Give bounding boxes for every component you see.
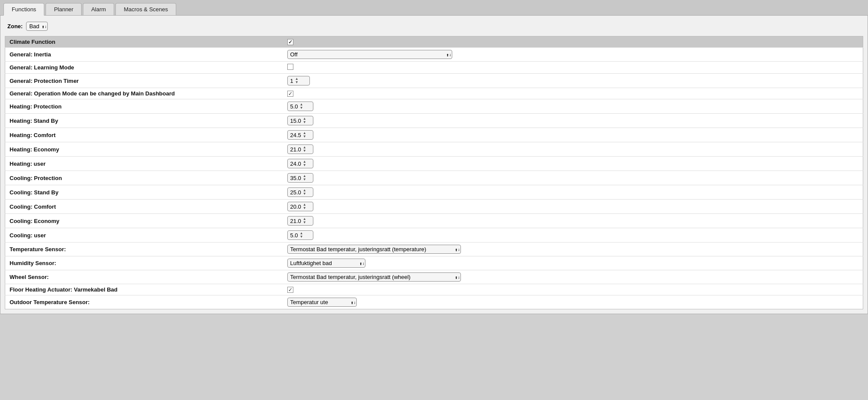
inertia-select[interactable]: Off Low Medium High [287,50,452,59]
operation-mode-checkbox[interactable] [287,91,293,97]
heating-economy-spinner[interactable]: 21.0 ▲▼ [287,144,313,154]
heating-standby-label: Heating: Stand By [5,114,283,128]
table-row: Heating: Economy 21.0 ▲▼ [5,142,863,157]
table-row: General: Operation Mode can be changed b… [5,88,863,99]
wheel-sensor-label: Wheel Sensor: [5,270,283,284]
table-row: Floor Heating Actuator: Varmekabel Bad [5,284,863,295]
operation-mode-control [283,88,863,99]
table-row: General: Learning Mode [5,62,863,74]
wheel-sensor-select[interactable]: Termostat Bad temperatur, justeringsratt… [287,272,461,282]
zone-select[interactable]: Bad [26,22,48,31]
heating-user-label: Heating: user [5,157,283,171]
table-row: Cooling: user 5.0 ▲▼ [5,228,863,243]
protection-timer-label: General: Protection Timer [5,74,283,88]
table-row: Heating: Comfort 24.5 ▲▼ [5,128,863,142]
climate-function-label: Climate Function [5,36,283,48]
humidity-sensor-select[interactable]: Luftfuktighet bad [287,259,365,268]
table-row: Outdoor Temperature Sensor: Temperatur u… [5,295,863,309]
floor-heating-checkbox[interactable] [287,287,293,293]
cooling-comfort-spinner[interactable]: 20.0 ▲▼ [287,202,313,211]
cooling-user-label: Cooling: user [5,228,283,243]
cooling-economy-spinner[interactable]: 21.0 ▲▼ [287,216,313,226]
cooling-standby-label: Cooling: Stand By [5,185,283,200]
inertia-label: General: Inertia [5,48,283,62]
operation-mode-label: General: Operation Mode can be changed b… [5,88,283,99]
table-row: Heating: user 24.0 ▲▼ [5,157,863,171]
main-content: Zone: Bad Climate Function General: Iner… [0,16,868,314]
cooling-user-control: 5.0 ▲▼ [283,228,863,243]
table-row: Wheel Sensor: Termostat Bad temperatur, … [5,270,863,284]
cooling-user-spinner[interactable]: 5.0 ▲▼ [287,230,313,240]
settings-table: Climate Function General: Inertia Off Lo… [5,36,863,309]
heating-economy-control: 21.0 ▲▼ [283,142,863,157]
cooling-protection-spinner[interactable]: 35.0 ▲▼ [287,173,313,183]
floor-heating-label: Floor Heating Actuator: Varmekabel Bad [5,284,283,295]
temperature-sensor-select[interactable]: Termostat Bad temperatur, justeringsratt… [287,245,461,254]
table-row: General: Protection Timer 1 ▲▼ [5,74,863,88]
cooling-standby-control: 25.0 ▲▼ [283,185,863,200]
learning-mode-checkbox[interactable] [287,64,293,70]
table-row: Humidity Sensor: Luftfuktighet bad [5,256,863,270]
table-row: Cooling: Protection 35.0 ▲▼ [5,171,863,185]
table-row: Temperature Sensor: Termostat Bad temper… [5,243,863,256]
cooling-comfort-label: Cooling: Comfort [5,200,283,214]
table-row: Heating: Protection 5.0 ▲▼ [5,99,863,114]
heating-comfort-spinner[interactable]: 24.5 ▲▼ [287,130,313,140]
tab-functions[interactable]: Functions [3,3,44,16]
cooling-economy-control: 21.0 ▲▼ [283,214,863,228]
cooling-economy-label: Cooling: Economy [5,214,283,228]
tab-macros-scenes[interactable]: Macros & Scenes [115,3,176,15]
climate-function-control [283,36,863,48]
tab-alarm[interactable]: Alarm [83,3,114,15]
floor-heating-control [283,284,863,295]
heating-protection-spinner[interactable]: 5.0 ▲▼ [287,102,313,111]
heating-standby-spinner[interactable]: 15.0 ▲▼ [287,116,313,125]
table-row: Heating: Stand By 15.0 ▲▼ [5,114,863,128]
zone-row: Zone: Bad [5,20,863,33]
protection-timer-control: 1 ▲▼ [283,74,863,88]
outdoor-temp-control: Temperatur ute [283,295,863,309]
table-row: General: Inertia Off Low Medium High [5,48,863,62]
cooling-protection-label: Cooling: Protection [5,171,283,185]
table-row: Cooling: Comfort 20.0 ▲▼ [5,200,863,214]
heating-user-control: 24.0 ▲▼ [283,157,863,171]
learning-mode-control [283,62,863,74]
heating-comfort-control: 24.5 ▲▼ [283,128,863,142]
inertia-control: Off Low Medium High [283,48,863,62]
temperature-sensor-control: Termostat Bad temperatur, justeringsratt… [283,243,863,256]
tab-bar: Functions Planner Alarm Macros & Scenes [0,0,868,16]
temperature-sensor-label: Temperature Sensor: [5,243,283,256]
cooling-protection-control: 35.0 ▲▼ [283,171,863,185]
heating-economy-label: Heating: Economy [5,142,283,157]
cooling-standby-spinner[interactable]: 25.0 ▲▼ [287,187,313,197]
humidity-sensor-control: Luftfuktighet bad [283,256,863,270]
wheel-sensor-control: Termostat Bad temperatur, justeringsratt… [283,270,863,284]
climate-function-header: Climate Function [5,36,863,48]
heating-protection-label: Heating: Protection [5,99,283,114]
outdoor-temp-select[interactable]: Temperatur ute [287,298,357,307]
heating-standby-control: 15.0 ▲▼ [283,114,863,128]
outdoor-temp-label: Outdoor Temperature Sensor: [5,295,283,309]
climate-function-checkbox[interactable] [287,39,293,45]
tab-planner[interactable]: Planner [46,3,82,15]
heating-user-spinner[interactable]: 24.0 ▲▼ [287,159,313,168]
cooling-comfort-control: 20.0 ▲▼ [283,200,863,214]
protection-timer-spinner[interactable]: 1 ▲▼ [287,76,310,85]
heating-protection-control: 5.0 ▲▼ [283,99,863,114]
learning-mode-label: General: Learning Mode [5,62,283,74]
table-row: Cooling: Stand By 25.0 ▲▼ [5,185,863,200]
table-row: Cooling: Economy 21.0 ▲▼ [5,214,863,228]
zone-label: Zone: [7,23,23,30]
humidity-sensor-label: Humidity Sensor: [5,256,283,270]
heating-comfort-label: Heating: Comfort [5,128,283,142]
